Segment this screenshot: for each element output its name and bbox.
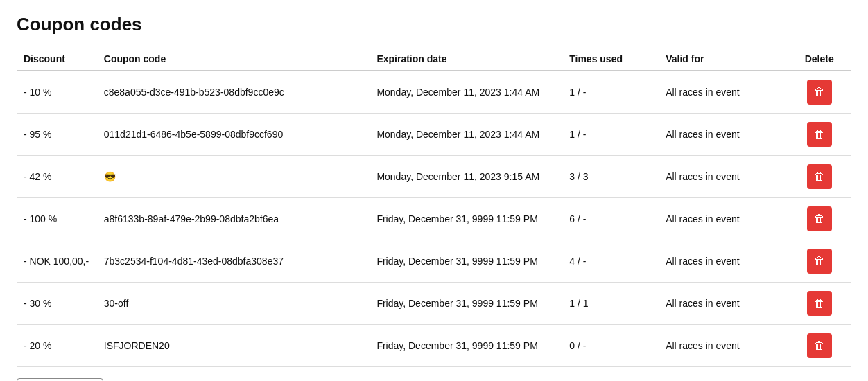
delete-button-row-6[interactable]: 🗑	[807, 333, 832, 358]
cell-times_used: 1 / -	[562, 71, 659, 114]
header-expiration-date: Expiration date	[370, 48, 562, 71]
cell-valid_for: All races in event	[659, 156, 787, 198]
cell-expiration_date: Friday, December 31, 9999 11:59 PM	[370, 240, 562, 283]
cell-coupon_code: a8f6133b-89af-479e-2b99-08dbfa2bf6ea	[97, 198, 370, 240]
cell-times_used: 6 / -	[562, 198, 659, 240]
cell-coupon_code: 30-off	[97, 283, 370, 325]
cell-coupon_code: c8e8a055-d3ce-491b-b523-08dbf9cc0e9c	[97, 71, 370, 114]
trash-icon: 🗑	[814, 86, 825, 98]
cell-delete: 🗑	[787, 240, 851, 283]
cell-times_used: 3 / 3	[562, 156, 659, 198]
cell-times_used: 4 / -	[562, 240, 659, 283]
cell-discount: - 30 %	[17, 283, 97, 325]
table-row: - NOK 100,00,-7b3c2534-f104-4d81-43ed-08…	[17, 240, 851, 283]
cell-delete: 🗑	[787, 198, 851, 240]
trash-icon: 🗑	[814, 255, 825, 267]
trash-icon: 🗑	[814, 213, 825, 225]
coupon-codes-table: Discount Coupon code Expiration date Tim…	[17, 48, 851, 367]
header-coupon-code: Coupon code	[97, 48, 370, 71]
cell-coupon_code: 7b3c2534-f104-4d81-43ed-08dbfa308e37	[97, 240, 370, 283]
cell-delete: 🗑	[787, 71, 851, 114]
header-discount: Discount	[17, 48, 97, 71]
delete-button-row-1[interactable]: 🗑	[807, 122, 832, 147]
cell-coupon_code: ISFJORDEN20	[97, 325, 370, 367]
create-new-button[interactable]: ⊞ Create new	[17, 378, 103, 381]
cell-discount: - 42 %	[17, 156, 97, 198]
cell-times_used: 1 / -	[562, 114, 659, 156]
trash-icon: 🗑	[814, 128, 825, 141]
header-delete: Delete	[787, 48, 851, 71]
delete-button-row-5[interactable]: 🗑	[807, 291, 832, 316]
cell-expiration_date: Monday, December 11, 2023 1:44 AM	[370, 71, 562, 114]
delete-button-row-3[interactable]: 🗑	[807, 206, 832, 231]
delete-button-row-2[interactable]: 🗑	[807, 164, 832, 189]
trash-icon: 🗑	[814, 339, 825, 352]
table-row: - 42 %😎Monday, December 11, 2023 9:15 AM…	[17, 156, 851, 198]
cell-discount: - 20 %	[17, 325, 97, 367]
cell-coupon_code: 😎	[97, 156, 370, 198]
cell-valid_for: All races in event	[659, 283, 787, 325]
cell-discount: - 10 %	[17, 71, 97, 114]
table-row: - 100 %a8f6133b-89af-479e-2b99-08dbfa2bf…	[17, 198, 851, 240]
header-valid-for: Valid for	[659, 48, 787, 71]
cell-expiration_date: Friday, December 31, 9999 11:59 PM	[370, 283, 562, 325]
cell-expiration_date: Friday, December 31, 9999 11:59 PM	[370, 198, 562, 240]
cell-delete: 🗑	[787, 325, 851, 367]
trash-icon: 🗑	[814, 170, 825, 183]
table-row: - 20 %ISFJORDEN20Friday, December 31, 99…	[17, 325, 851, 367]
cell-delete: 🗑	[787, 283, 851, 325]
cell-times_used: 0 / -	[562, 325, 659, 367]
table-row: - 30 %30-offFriday, December 31, 9999 11…	[17, 283, 851, 325]
table-header-row: Discount Coupon code Expiration date Tim…	[17, 48, 851, 71]
cell-valid_for: All races in event	[659, 240, 787, 283]
cell-delete: 🗑	[787, 156, 851, 198]
delete-button-row-4[interactable]: 🗑	[807, 249, 832, 274]
cell-valid_for: All races in event	[659, 198, 787, 240]
cell-expiration_date: Friday, December 31, 9999 11:59 PM	[370, 325, 562, 367]
cell-expiration_date: Monday, December 11, 2023 9:15 AM	[370, 156, 562, 198]
cell-valid_for: All races in event	[659, 71, 787, 114]
delete-button-row-0[interactable]: 🗑	[807, 80, 832, 105]
cell-discount: - 100 %	[17, 198, 97, 240]
cell-expiration_date: Monday, December 11, 2023 1:44 AM	[370, 114, 562, 156]
cell-delete: 🗑	[787, 114, 851, 156]
trash-icon: 🗑	[814, 297, 825, 310]
cell-discount: - 95 %	[17, 114, 97, 156]
cell-coupon_code: 011d21d1-6486-4b5e-5899-08dbf9ccf690	[97, 114, 370, 156]
header-times-used: Times used	[562, 48, 659, 71]
cell-discount: - NOK 100,00,-	[17, 240, 97, 283]
cell-valid_for: All races in event	[659, 325, 787, 367]
page-title: Coupon codes	[17, 14, 851, 35]
table-row: - 10 %c8e8a055-d3ce-491b-b523-08dbf9cc0e…	[17, 71, 851, 114]
cell-valid_for: All races in event	[659, 114, 787, 156]
table-row: - 95 %011d21d1-6486-4b5e-5899-08dbf9ccf6…	[17, 114, 851, 156]
cell-times_used: 1 / 1	[562, 283, 659, 325]
